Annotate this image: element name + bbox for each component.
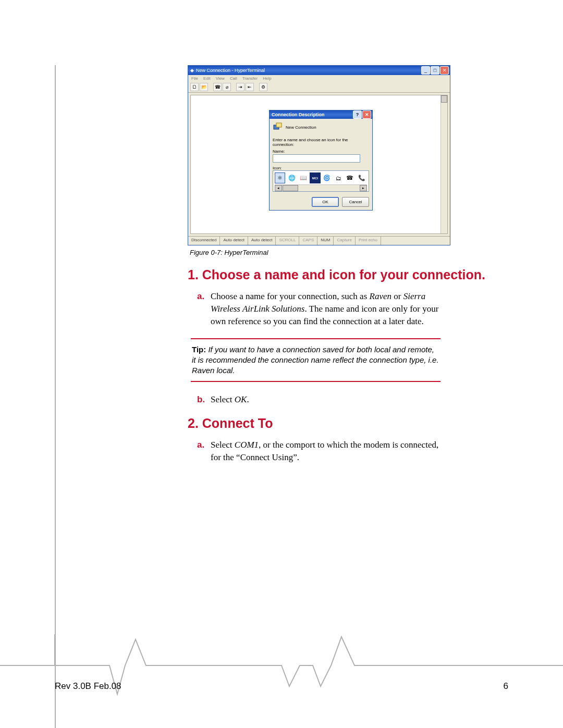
terminal-area: Connection Description ? ✕ [190,95,448,234]
cancel-button[interactable]: Cancel [342,197,369,207]
svg-rect-1 [276,123,282,127]
minimize-button[interactable]: _ [421,66,430,75]
footer-revision: Rev 3.0B Feb.08 [55,681,121,692]
toolbar-send-icon[interactable]: ⇥ [236,83,244,91]
status-echo: Print echo [356,237,381,245]
text-fragment: Select [211,440,235,450]
text-fragment-em: Raven [370,291,391,301]
hyperterminal-toolbar: 🗋 📂 ☎ ⌀ ⇥ ⇤ ⚙ [188,82,450,93]
menu-file[interactable]: File [191,76,198,81]
step-marker: b. [197,393,211,406]
text-fragment: Choose a name for your connection, such … [211,291,370,301]
icon-option-globe[interactable]: 🌐 [286,172,297,183]
text-fragment-em: COM1 [235,440,259,450]
dialog-prompt: Enter a name and choose an icon for the … [273,138,369,147]
menu-transfer[interactable]: Transfer [242,76,258,81]
hyperterminal-body: Connection Description ? ✕ [188,93,450,236]
hyperterminal-titlebar: ◆ New Connection - HyperTerminal _ □ ✕ [188,66,450,75]
icon-picker: ⚛ 🌐 📖 MCI 🌀 🗂 ☎ 📞 [273,170,369,192]
menu-help[interactable]: Help [263,76,271,81]
toolbar-properties-icon[interactable]: ⚙ [259,83,267,91]
heading-step1: 1. Choose a name and icon for your conne… [188,267,511,283]
step-marker: a. [197,439,211,464]
icon-label: Icon: [273,166,369,170]
icon-option-phone2[interactable]: 📞 [357,172,367,183]
document-page: ◆ New Connection - HyperTerminal _ □ ✕ F… [0,0,563,728]
icon-option-atom[interactable]: ⚛ [275,172,285,183]
status-bar: Disconnected Auto detect Auto detect SCR… [188,236,450,245]
footer-page-number: 6 [504,681,508,692]
step-1b: b. Select OK. [197,393,447,406]
toolbar-hangup-icon[interactable]: ⌀ [223,83,231,91]
text-fragment: or [391,291,403,301]
status-num: NUM [317,237,334,245]
dialog-title: Connection Description [272,112,325,117]
left-margin-rule [55,65,56,728]
toolbar-open-icon[interactable]: 📂 [200,83,208,91]
status-caps: CAPS [299,237,317,245]
toolbar-call-icon[interactable]: ☎ [213,83,222,91]
status-connection: Disconnected [188,237,220,245]
menu-view[interactable]: View [216,76,225,81]
step-marker: a. [197,290,211,327]
tip-label: Tip: [192,345,208,354]
hyperterminal-menubar: File Edit View Call Transfer Help [188,75,450,82]
ok-button[interactable]: OK [312,197,339,207]
connection-description-dialog: Connection Description ? ✕ [269,110,373,211]
name-input[interactable] [273,154,360,163]
icon-scrollbar[interactable]: ◂ ▸ [275,184,367,191]
heading-step2: 2. Connect To [188,415,511,431]
toolbar-new-icon[interactable]: 🗋 [190,83,199,91]
hyperterminal-title: New Connection - HyperTerminal [196,68,265,73]
menu-call[interactable]: Call [230,76,237,81]
status-capture: Capture [334,237,355,245]
icon-option-mci[interactable]: MCI [310,172,320,183]
scroll-right-arrow[interactable]: ▸ [360,185,367,191]
status-detect2: Auto detect [248,237,276,245]
step-2a: a. Select COM1, or the comport to which … [197,439,447,464]
toolbar-receive-icon[interactable]: ⇤ [246,83,254,91]
menu-edit[interactable]: Edit [203,76,211,81]
close-button[interactable]: ✕ [440,66,449,75]
name-label: Name: [273,149,369,154]
status-detect1: Auto detect [220,237,248,245]
figure-caption: Figure 0-7: HyperTerminal [190,249,511,256]
text-fragment: Select [211,394,235,404]
icon-option-book[interactable]: 📖 [298,172,309,183]
step-1a: a. Choose a name for your connection, su… [197,290,447,327]
dialog-body: New Connection Enter a name and choose a… [270,119,372,210]
hyperterminal-app-icon: ◆ [190,68,194,73]
maximize-button[interactable]: □ [431,66,439,75]
step-text: Select OK. [211,393,447,406]
status-scroll: SCROLL [276,237,299,245]
text-fragment: . [247,394,249,404]
text-fragment-em: OK [235,394,247,404]
scroll-thumb-h[interactable] [283,185,298,191]
dialog-help-button[interactable]: ? [353,110,362,119]
tip-box: Tip: If you want to have a connection sa… [191,338,440,382]
step-text: Choose a name for your connection, such … [211,290,447,327]
dialog-close-button[interactable]: ✕ [362,110,371,119]
scrollbar-thumb[interactable] [441,95,447,103]
icon-option-swirl[interactable]: 🌀 [322,172,332,183]
step-text: Select COM1, or the comport to which the… [211,439,447,464]
scrollbar-vertical[interactable] [440,95,447,233]
icon-option-folder[interactable]: 🗂 [333,172,344,183]
icon-option-phone1[interactable]: ☎ [345,172,355,183]
hyperterminal-window: ◆ New Connection - HyperTerminal _ □ ✕ F… [188,65,450,245]
new-connection-label: New Connection [286,125,316,130]
content-column: ◆ New Connection - HyperTerminal _ □ ✕ F… [188,65,511,468]
tip-body: If you want to have a connection saved f… [192,345,439,375]
dialog-titlebar: Connection Description ? ✕ [270,110,372,119]
scroll-left-arrow[interactable]: ◂ [275,185,282,191]
new-connection-icon [273,122,283,132]
